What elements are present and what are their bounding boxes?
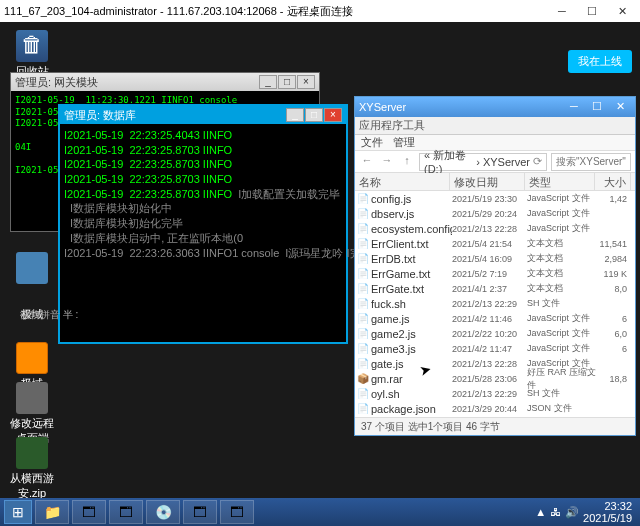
file-row[interactable]: 📄ErrGame.txt2021/5/2 7:19文本文档119 K	[355, 266, 635, 281]
file-icon: 📄	[357, 238, 369, 250]
taskbar-app4[interactable]: 🗔	[183, 500, 217, 524]
min-button[interactable]: ─	[563, 99, 585, 115]
terminal2-title: 管理员: 数据库	[64, 108, 136, 123]
file-icon: 📄	[357, 223, 369, 235]
file-type: 文本文档	[527, 282, 597, 295]
file-explorer: XYServer ─ ☐ ✕ 应用程序工具 文件 管理 ← → ↑ « 新加卷 …	[354, 96, 636, 436]
batch-icon	[16, 382, 48, 414]
up-button[interactable]: ↑	[399, 154, 415, 170]
header-type[interactable]: 类型	[525, 173, 595, 190]
header-date[interactable]: 修改日期	[450, 173, 525, 190]
desktop-shortcut-1[interactable]	[8, 252, 56, 286]
max-button[interactable]: □	[305, 108, 323, 122]
file-row[interactable]: 📄config.js2021/5/19 23:30JavaScript 文件1,…	[355, 191, 635, 206]
online-button[interactable]: 我在上线	[568, 50, 632, 73]
breadcrumb-sep: ›	[476, 156, 480, 168]
file-date: 2021/5/28 23:06	[452, 374, 527, 384]
file-row[interactable]: 📄ErrDB.txt2021/5/4 16:09文本文档2,984	[355, 251, 635, 266]
terminal1-titlebar[interactable]: 管理员: 网关模块 _ □ ×	[11, 73, 319, 91]
menu-manage[interactable]: 管理	[393, 135, 415, 150]
terminal2-output: I2021-05-19 22:23:25.4043 IINFO I2021-05…	[60, 124, 346, 264]
file-type: JavaScript 文件	[527, 342, 597, 355]
header-name[interactable]: 名称	[355, 173, 450, 190]
system-tray: ▲ 🖧 🔊 23:32 2021/5/19	[535, 500, 636, 524]
taskbar-explorer[interactable]: 📁	[35, 500, 69, 524]
file-type: 文本文档	[527, 267, 597, 280]
file-date: 2021/2/13 22:29	[452, 389, 527, 399]
close-button[interactable]: ×	[297, 75, 315, 89]
file-type: JSON 文件	[527, 402, 597, 415]
file-name: oyl.sh	[371, 388, 452, 400]
file-name: config.js	[371, 193, 452, 205]
file-row[interactable]: 📄game2.js2021/2/22 10:20JavaScript 文件6,0	[355, 326, 635, 341]
max-button[interactable]: □	[278, 75, 296, 89]
min-button[interactable]: _	[259, 75, 277, 89]
start-button[interactable]	[4, 500, 32, 524]
file-type: JavaScript 文件	[527, 192, 597, 205]
file-row[interactable]: 📄dbserv.js2021/5/29 20:24JavaScript 文件	[355, 206, 635, 221]
file-type: 文本文档	[527, 252, 597, 265]
file-date: 2021/3/29 20:44	[452, 404, 527, 414]
file-row[interactable]: 📄oyl.sh2021/2/13 22:29SH 文件	[355, 386, 635, 401]
file-date: 2021/4/2 11:47	[452, 344, 527, 354]
sound-icon[interactable]: 🔊	[565, 506, 579, 519]
date: 2021/5/19	[583, 512, 632, 524]
file-name: ecosystem.config.js	[371, 223, 452, 235]
close-button[interactable]: ✕	[609, 99, 631, 115]
file-date: 2021/5/2 7:19	[452, 269, 527, 279]
file-row[interactable]: 📄ErrGate.txt2021/4/1 2:37文本文档8,0	[355, 281, 635, 296]
taskbar-app5[interactable]: 🗔	[220, 500, 254, 524]
breadcrumb-2[interactable]: XYServer	[483, 156, 530, 168]
tray-icon[interactable]: ▲	[535, 506, 546, 518]
archive-icon	[16, 342, 48, 374]
taskbar-app1[interactable]: 🗔	[72, 500, 106, 524]
file-icon: 📄	[357, 268, 369, 280]
network-icon[interactable]: 🖧	[550, 506, 561, 518]
file-row[interactable]: 📄fuck.sh2021/2/13 22:29SH 文件	[355, 296, 635, 311]
breadcrumb[interactable]: « 新加卷 (D:) › XYServer ⟳	[419, 153, 547, 171]
back-button[interactable]: ←	[359, 154, 375, 170]
menu-file[interactable]: 文件	[361, 135, 383, 150]
search-input[interactable]	[551, 153, 631, 171]
file-row[interactable]: 📦gm.rar2021/5/28 23:06好压 RAR 压缩文件18,8	[355, 371, 635, 386]
file-size: 18,8	[597, 374, 627, 384]
min-button[interactable]: _	[286, 108, 304, 122]
trash-icon	[16, 30, 48, 62]
file-row[interactable]: 📄game3.js2021/4/2 11:47JavaScript 文件6	[355, 341, 635, 356]
terminal2-controls: _ □ ×	[286, 108, 342, 122]
taskbar-app2[interactable]: 🗔	[109, 500, 143, 524]
file-icon: 📄	[357, 253, 369, 265]
file-icon: 📄	[357, 388, 369, 400]
file-icon: 📄	[357, 328, 369, 340]
outer-window-titlebar: 111_67_203_104-administrator - 111.67.20…	[0, 0, 640, 22]
taskbar-app3[interactable]: 💿	[146, 500, 180, 524]
breadcrumb-1[interactable]: « 新加卷 (D:)	[424, 148, 473, 175]
file-size: 119 K	[597, 269, 627, 279]
desktop-zip-file[interactable]: 从横西游安.zip	[8, 437, 56, 501]
close-button[interactable]: ×	[324, 108, 342, 122]
file-icon: 📄	[357, 193, 369, 205]
forward-button[interactable]: →	[379, 154, 395, 170]
minimize-button[interactable]: ─	[548, 2, 576, 20]
clock[interactable]: 23:32 2021/5/19	[583, 500, 636, 524]
ribbon-tab-app[interactable]: 应用程序工具	[359, 118, 425, 133]
file-row[interactable]: 📄ErrClient.txt2021/5/4 21:54文本文档11,541	[355, 236, 635, 251]
header-size[interactable]: 大小	[595, 173, 631, 190]
maximize-button[interactable]: ☐	[578, 2, 606, 20]
file-list[interactable]: 📄config.js2021/5/19 23:30JavaScript 文件1,…	[355, 191, 635, 417]
outer-window-title: 111_67_203_104-administrator - 111.67.20…	[4, 4, 353, 19]
file-row[interactable]: 📄package.json2021/3/29 20:44JSON 文件	[355, 401, 635, 416]
time: 23:32	[583, 500, 632, 512]
explorer-titlebar[interactable]: XYServer ─ ☐ ✕	[355, 97, 635, 117]
refresh-icon[interactable]: ⟳	[533, 155, 542, 168]
max-button[interactable]: ☐	[586, 99, 608, 115]
file-row[interactable]: 📄game.js2021/4/2 11:46JavaScript 文件6	[355, 311, 635, 326]
zip-icon	[16, 437, 48, 469]
close-button[interactable]: ✕	[608, 2, 636, 20]
file-date: 2021/2/13 22:28	[452, 224, 527, 234]
file-row[interactable]: 📄ecosystem.config.js2021/2/13 22:28JavaS…	[355, 221, 635, 236]
file-type: JavaScript 文件	[527, 207, 597, 220]
file-size: 6	[597, 344, 627, 354]
taskbar-left: 📁 🗔 🗔 💿 🗔 🗔	[4, 500, 254, 524]
terminal2-titlebar[interactable]: 管理员: 数据库 _ □ ×	[60, 106, 346, 124]
